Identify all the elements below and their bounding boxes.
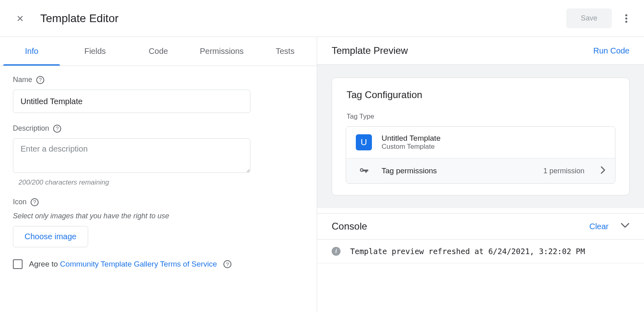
info-icon: i xyxy=(332,247,341,256)
agree-text: Agree to Community Template Gallery Term… xyxy=(29,260,217,269)
tag-config-card: Tag Configuration Tag Type U Untitled Te… xyxy=(332,78,630,195)
close-icon[interactable] xyxy=(14,13,26,24)
name-label: Name xyxy=(13,76,32,84)
terms-link[interactable]: Community Template Gallery Terms of Serv… xyxy=(60,260,217,268)
help-icon[interactable]: ? xyxy=(36,76,44,84)
agree-checkbox[interactable] xyxy=(13,259,23,269)
tag-row: U Untitled Template Custom Template xyxy=(346,127,615,158)
name-input[interactable] xyxy=(13,90,250,113)
console-header: Console Clear xyxy=(317,213,644,240)
tab-info[interactable]: Info xyxy=(0,37,63,66)
help-icon[interactable]: ? xyxy=(53,125,61,133)
run-code-button[interactable]: Run Code xyxy=(593,46,630,55)
console-row: i Template preview refreshed at 6/24/202… xyxy=(317,240,644,263)
tag-type-label: Tag Type xyxy=(347,113,615,121)
svg-point-1 xyxy=(625,17,627,19)
header: Template Editor Save xyxy=(0,0,644,37)
card-title: Tag Configuration xyxy=(347,89,615,101)
choose-image-button[interactable]: Choose image xyxy=(13,226,88,247)
help-icon[interactable]: ? xyxy=(31,198,39,206)
chevron-down-icon[interactable] xyxy=(621,223,630,230)
chevron-right-icon xyxy=(601,166,605,176)
preview-title: Template Preview xyxy=(332,45,408,56)
right-panel: Template Preview Run Code Tag Configurat… xyxy=(317,37,644,312)
left-panel: Info Fields Code Permissions Tests Name … xyxy=(0,37,317,312)
page-title: Template Editor xyxy=(40,12,566,25)
tab-permissions[interactable]: Permissions xyxy=(190,37,253,66)
tab-code[interactable]: Code xyxy=(127,37,190,66)
description-input[interactable] xyxy=(13,138,250,173)
tabs: Info Fields Code Permissions Tests xyxy=(0,37,317,66)
more-icon[interactable] xyxy=(618,10,634,27)
console-title: Console xyxy=(332,221,589,232)
svg-point-2 xyxy=(625,21,627,23)
perm-count: 1 permission xyxy=(543,167,584,175)
key-icon xyxy=(356,166,372,176)
tab-fields[interactable]: Fields xyxy=(63,37,126,66)
tag-icon: U xyxy=(356,134,372,150)
tab-tests[interactable]: Tests xyxy=(254,37,317,66)
description-label: Description xyxy=(13,124,49,133)
clear-button[interactable]: Clear xyxy=(589,222,609,231)
tag-permissions-row[interactable]: Tag permissions 1 permission xyxy=(346,158,615,183)
perm-label: Tag permissions xyxy=(382,166,534,175)
tag-name: Untitled Template xyxy=(382,134,440,143)
tag-subtitle: Custom Template xyxy=(382,143,440,151)
char-remaining: 200/200 characters remaining xyxy=(19,179,304,187)
icon-label: Icon xyxy=(13,198,27,206)
console-message: Template preview refreshed at 6/24/2021,… xyxy=(350,247,585,256)
svg-point-0 xyxy=(625,14,627,16)
help-icon[interactable]: ? xyxy=(223,260,231,268)
save-button[interactable]: Save xyxy=(566,8,612,28)
icon-hint: Select only images that you have the rig… xyxy=(13,212,304,220)
